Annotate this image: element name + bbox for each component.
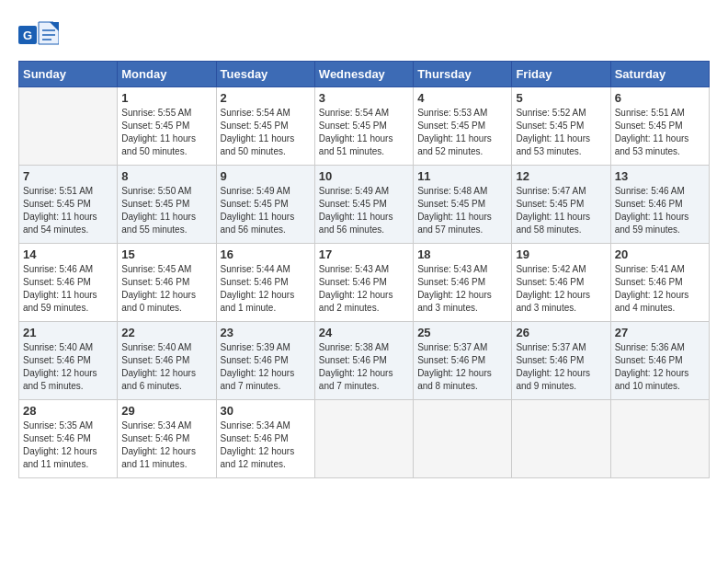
day-info: Sunrise: 5:52 AM Sunset: 5:45 PM Dayligh… <box>516 107 606 158</box>
day-number: 4 <box>417 91 507 105</box>
calendar-day-cell: 2Sunrise: 5:54 AM Sunset: 5:45 PM Daylig… <box>216 87 314 166</box>
calendar-day-cell: 7Sunrise: 5:51 AM Sunset: 5:45 PM Daylig… <box>19 166 118 244</box>
calendar-day-cell: 23Sunrise: 5:39 AM Sunset: 5:46 PM Dayli… <box>216 322 314 400</box>
logo: G <box>18 18 63 52</box>
day-header-tuesday: Tuesday <box>216 62 314 87</box>
day-number: 18 <box>417 247 507 261</box>
day-number: 8 <box>121 169 211 183</box>
day-number: 16 <box>221 247 311 261</box>
day-number: 28 <box>23 404 113 418</box>
day-header-friday: Friday <box>512 62 610 87</box>
calendar-day-cell: 28Sunrise: 5:35 AM Sunset: 5:46 PM Dayli… <box>19 400 118 478</box>
calendar-day-cell: 3Sunrise: 5:54 AM Sunset: 5:45 PM Daylig… <box>314 87 413 166</box>
svg-text:G: G <box>23 29 32 42</box>
day-info: Sunrise: 5:46 AM Sunset: 5:46 PM Dayligh… <box>615 185 705 236</box>
calendar-day-cell: 26Sunrise: 5:37 AM Sunset: 5:46 PM Dayli… <box>512 322 610 400</box>
day-number: 2 <box>221 91 311 105</box>
day-number: 10 <box>319 169 409 183</box>
day-info: Sunrise: 5:34 AM Sunset: 5:46 PM Dayligh… <box>121 419 211 471</box>
calendar-day-cell: 30Sunrise: 5:34 AM Sunset: 5:46 PM Dayli… <box>216 400 314 478</box>
day-number: 26 <box>516 326 606 339</box>
day-number: 29 <box>121 404 211 418</box>
day-info: Sunrise: 5:34 AM Sunset: 5:46 PM Dayligh… <box>221 419 311 471</box>
calendar-header-row: SundayMondayTuesdayWednesdayThursdayFrid… <box>19 62 710 87</box>
day-number: 25 <box>417 326 507 339</box>
calendar-day-cell: 15Sunrise: 5:45 AM Sunset: 5:46 PM Dayli… <box>118 244 216 322</box>
header: G <box>18 18 710 52</box>
day-info: Sunrise: 5:55 AM Sunset: 5:45 PM Dayligh… <box>121 107 211 158</box>
calendar-day-cell: 22Sunrise: 5:40 AM Sunset: 5:46 PM Dayli… <box>118 322 216 400</box>
day-number: 11 <box>417 169 507 183</box>
day-info: Sunrise: 5:38 AM Sunset: 5:46 PM Dayligh… <box>319 341 409 393</box>
day-info: Sunrise: 5:37 AM Sunset: 5:46 PM Dayligh… <box>417 341 507 393</box>
calendar-week-row: 7Sunrise: 5:51 AM Sunset: 5:45 PM Daylig… <box>19 166 710 244</box>
day-number: 23 <box>221 326 311 339</box>
day-info: Sunrise: 5:43 AM Sunset: 5:46 PM Dayligh… <box>319 263 409 315</box>
day-info: Sunrise: 5:40 AM Sunset: 5:46 PM Dayligh… <box>121 341 211 393</box>
calendar-day-cell: 11Sunrise: 5:48 AM Sunset: 5:45 PM Dayli… <box>414 166 512 244</box>
calendar-day-cell: 1Sunrise: 5:55 AM Sunset: 5:45 PM Daylig… <box>118 87 216 166</box>
day-number: 27 <box>615 326 705 339</box>
calendar-day-cell: 14Sunrise: 5:46 AM Sunset: 5:46 PM Dayli… <box>19 244 118 322</box>
day-number: 21 <box>23 326 113 339</box>
day-info: Sunrise: 5:37 AM Sunset: 5:46 PM Dayligh… <box>516 341 606 393</box>
calendar-empty-cell <box>414 400 512 478</box>
day-info: Sunrise: 5:50 AM Sunset: 5:45 PM Dayligh… <box>121 185 211 236</box>
calendar-empty-cell <box>19 87 118 166</box>
day-header-saturday: Saturday <box>610 62 709 87</box>
calendar-day-cell: 9Sunrise: 5:49 AM Sunset: 5:45 PM Daylig… <box>216 166 314 244</box>
day-number: 15 <box>121 247 211 261</box>
day-number: 20 <box>615 247 705 261</box>
calendar-day-cell: 5Sunrise: 5:52 AM Sunset: 5:45 PM Daylig… <box>512 87 610 166</box>
calendar-day-cell: 12Sunrise: 5:47 AM Sunset: 5:45 PM Dayli… <box>512 166 610 244</box>
calendar-week-row: 1Sunrise: 5:55 AM Sunset: 5:45 PM Daylig… <box>19 87 710 166</box>
calendar-week-row: 28Sunrise: 5:35 AM Sunset: 5:46 PM Dayli… <box>19 400 710 478</box>
day-info: Sunrise: 5:51 AM Sunset: 5:45 PM Dayligh… <box>615 107 705 158</box>
day-info: Sunrise: 5:51 AM Sunset: 5:45 PM Dayligh… <box>23 185 113 236</box>
day-info: Sunrise: 5:40 AM Sunset: 5:46 PM Dayligh… <box>23 341 113 393</box>
day-info: Sunrise: 5:42 AM Sunset: 5:46 PM Dayligh… <box>516 263 606 315</box>
calendar-week-row: 21Sunrise: 5:40 AM Sunset: 5:46 PM Dayli… <box>19 322 710 400</box>
calendar-day-cell: 13Sunrise: 5:46 AM Sunset: 5:46 PM Dayli… <box>610 166 709 244</box>
day-info: Sunrise: 5:45 AM Sunset: 5:46 PM Dayligh… <box>121 263 211 315</box>
day-number: 6 <box>615 91 705 105</box>
calendar-week-row: 14Sunrise: 5:46 AM Sunset: 5:46 PM Dayli… <box>19 244 710 322</box>
day-header-monday: Monday <box>118 62 216 87</box>
calendar-day-cell: 20Sunrise: 5:41 AM Sunset: 5:46 PM Dayli… <box>610 244 709 322</box>
calendar-day-cell: 18Sunrise: 5:43 AM Sunset: 5:46 PM Dayli… <box>414 244 512 322</box>
calendar-day-cell: 29Sunrise: 5:34 AM Sunset: 5:46 PM Dayli… <box>118 400 216 478</box>
calendar-day-cell: 16Sunrise: 5:44 AM Sunset: 5:46 PM Dayli… <box>216 244 314 322</box>
calendar-day-cell: 10Sunrise: 5:49 AM Sunset: 5:45 PM Dayli… <box>314 166 413 244</box>
day-info: Sunrise: 5:49 AM Sunset: 5:45 PM Dayligh… <box>221 185 311 236</box>
day-info: Sunrise: 5:54 AM Sunset: 5:45 PM Dayligh… <box>319 107 409 158</box>
day-info: Sunrise: 5:53 AM Sunset: 5:45 PM Dayligh… <box>417 107 507 158</box>
day-info: Sunrise: 5:48 AM Sunset: 5:45 PM Dayligh… <box>417 185 507 236</box>
day-info: Sunrise: 5:43 AM Sunset: 5:46 PM Dayligh… <box>417 263 507 315</box>
day-info: Sunrise: 5:35 AM Sunset: 5:46 PM Dayligh… <box>23 419 113 471</box>
day-header-wednesday: Wednesday <box>314 62 413 87</box>
calendar-table: SundayMondayTuesdayWednesdayThursdayFrid… <box>18 61 710 478</box>
calendar-day-cell: 27Sunrise: 5:36 AM Sunset: 5:46 PM Dayli… <box>610 322 709 400</box>
day-number: 19 <box>516 247 606 261</box>
day-header-sunday: Sunday <box>19 62 118 87</box>
day-info: Sunrise: 5:36 AM Sunset: 5:46 PM Dayligh… <box>615 341 705 393</box>
calendar-day-cell: 25Sunrise: 5:37 AM Sunset: 5:46 PM Dayli… <box>414 322 512 400</box>
day-number: 22 <box>121 326 211 339</box>
calendar-day-cell: 19Sunrise: 5:42 AM Sunset: 5:46 PM Dayli… <box>512 244 610 322</box>
day-info: Sunrise: 5:49 AM Sunset: 5:45 PM Dayligh… <box>319 185 409 236</box>
calendar-day-cell: 17Sunrise: 5:43 AM Sunset: 5:46 PM Dayli… <box>314 244 413 322</box>
day-info: Sunrise: 5:46 AM Sunset: 5:46 PM Dayligh… <box>23 263 113 315</box>
day-number: 9 <box>221 169 311 183</box>
day-number: 30 <box>221 404 311 418</box>
calendar-day-cell: 21Sunrise: 5:40 AM Sunset: 5:46 PM Dayli… <box>19 322 118 400</box>
day-info: Sunrise: 5:47 AM Sunset: 5:45 PM Dayligh… <box>516 185 606 236</box>
calendar-empty-cell <box>512 400 610 478</box>
day-number: 3 <box>319 91 409 105</box>
day-info: Sunrise: 5:41 AM Sunset: 5:46 PM Dayligh… <box>615 263 705 315</box>
day-number: 13 <box>615 169 705 183</box>
day-info: Sunrise: 5:39 AM Sunset: 5:46 PM Dayligh… <box>221 341 311 393</box>
calendar-day-cell: 24Sunrise: 5:38 AM Sunset: 5:46 PM Dayli… <box>314 322 413 400</box>
day-number: 17 <box>319 247 409 261</box>
day-number: 24 <box>319 326 409 339</box>
calendar-day-cell: 8Sunrise: 5:50 AM Sunset: 5:45 PM Daylig… <box>118 166 216 244</box>
